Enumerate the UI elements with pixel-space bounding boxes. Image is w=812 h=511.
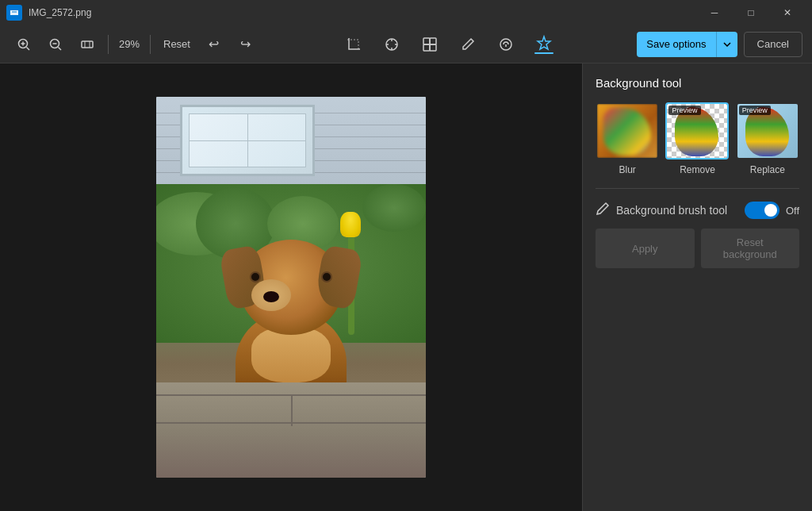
svg-rect-15	[430, 44, 436, 51]
fit-view-button[interactable]	[73, 30, 102, 59]
title-bar-left: IMG_2572.png	[6, 5, 91, 21]
svg-rect-8	[82, 41, 93, 48]
remove-label: Remove	[680, 164, 715, 175]
zoom-level: 29%	[115, 38, 144, 50]
crop-tool-button[interactable]	[338, 30, 370, 59]
save-options-button[interactable]: Save options	[637, 32, 715, 57]
panel-divider	[596, 188, 799, 189]
window-controls: ─ □ ✕	[696, 0, 806, 25]
zoom-out-button[interactable]	[41, 30, 70, 59]
background-options: Blur Preview Remove Preview	[596, 102, 799, 175]
save-dropdown-button[interactable]	[716, 32, 737, 57]
toggle-knob	[764, 204, 777, 217]
replace-label: Replace	[750, 164, 785, 175]
undo-button[interactable]: ↩	[200, 30, 228, 59]
reset-button[interactable]: Reset	[157, 30, 197, 59]
svg-line-6	[59, 47, 62, 50]
retouch-tool-button[interactable]	[490, 30, 522, 59]
save-options-group: Save options	[637, 32, 737, 57]
image-container	[156, 97, 426, 478]
photo-scene	[156, 97, 426, 478]
adjust-tool-button[interactable]	[376, 30, 408, 59]
brush-tool-row: Background brush tool Off	[596, 202, 799, 219]
main-content: Background tool Blur Preview	[0, 63, 812, 511]
markup-tool-button[interactable]	[452, 30, 484, 59]
toolbar: 29% Reset ↩ ↪ Save options	[0, 25, 812, 63]
reset-background-button[interactable]: Reset background	[701, 229, 800, 268]
toggle-state-label: Off	[786, 205, 799, 217]
brush-icon	[596, 202, 610, 219]
remove-thumbnail: Preview	[665, 102, 729, 159]
ground	[156, 382, 426, 478]
blur-thumbnail	[596, 102, 659, 159]
brush-tool-toggle[interactable]	[745, 202, 779, 219]
svg-rect-12	[423, 38, 430, 44]
redo-button[interactable]: ↪	[232, 30, 260, 59]
zoom-in-button[interactable]	[10, 30, 38, 59]
window	[180, 105, 315, 176]
separator-1	[108, 35, 109, 54]
parrot-blur-shape	[603, 108, 651, 156]
action-buttons: Apply Reset background	[596, 229, 799, 268]
minimize-button[interactable]: ─	[696, 0, 733, 25]
replace-thumbnail: Preview	[736, 102, 799, 159]
svg-line-2	[27, 47, 30, 50]
title-bar: IMG_2572.png ─ □ ✕	[0, 0, 812, 25]
preview-badge-replace: Preview	[739, 106, 771, 115]
window-title: IMG_2572.png	[29, 7, 91, 18]
apply-button[interactable]: Apply	[596, 229, 695, 268]
app-icon	[6, 5, 22, 21]
preview-badge-remove: Preview	[668, 106, 700, 115]
maximize-button[interactable]: □	[733, 0, 769, 25]
svg-rect-13	[430, 38, 436, 44]
filter-tool-button[interactable]	[414, 30, 446, 59]
close-button[interactable]: ✕	[769, 0, 806, 25]
blur-option[interactable]: Blur	[596, 102, 659, 175]
svg-rect-14	[423, 44, 430, 51]
right-panel: Background tool Blur Preview	[582, 63, 812, 511]
cancel-button[interactable]: Cancel	[744, 32, 802, 57]
tools-center	[263, 30, 634, 59]
remove-option[interactable]: Preview Remove	[665, 102, 729, 175]
panel-header: Background tool	[596, 76, 799, 90]
dog-image	[156, 97, 426, 478]
canvas-area	[0, 63, 582, 511]
toggle-container: Off	[745, 202, 799, 219]
replace-option[interactable]: Preview Replace	[736, 102, 799, 175]
background-tool-button[interactable]	[528, 30, 560, 59]
blur-label: Blur	[619, 164, 635, 175]
separator-2	[150, 35, 151, 54]
brush-tool-label: Background brush tool	[616, 204, 738, 217]
toolbar-right: Save options Cancel	[637, 32, 802, 57]
